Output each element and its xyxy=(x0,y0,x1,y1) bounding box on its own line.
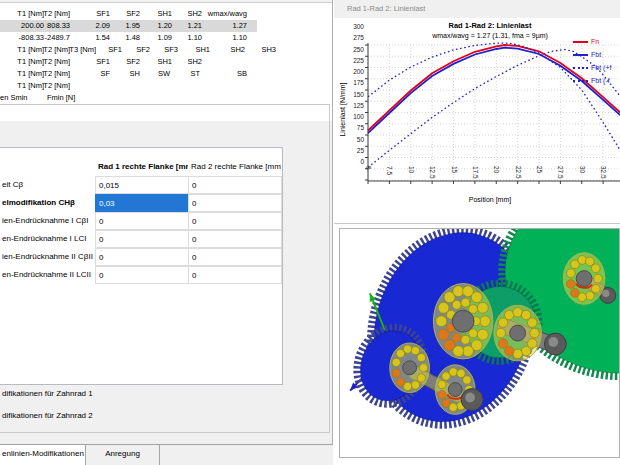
tab-anregung[interactable]: Anregung xyxy=(86,445,160,465)
table-row[interactable]: T1 [Nm]T2 [Nm]SF1SF2SH1SH2wmax/wavg xyxy=(0,8,332,20)
bearing-ball xyxy=(449,368,457,376)
y-tick-label: 50 xyxy=(342,136,364,143)
bearing-ball xyxy=(438,302,449,313)
bearing-hub xyxy=(448,383,462,397)
bearing-hub xyxy=(576,271,592,287)
table-cell: 1.10 xyxy=(187,32,202,44)
y-tick-label: 75 xyxy=(342,124,364,131)
bearing-ball xyxy=(411,381,419,389)
bearing-ball xyxy=(392,369,400,377)
bearing-ball xyxy=(591,264,600,273)
x-tick-label: 20 xyxy=(493,166,500,173)
table-cell: SH1 xyxy=(195,44,210,56)
value-cell-rad2[interactable]: 0 xyxy=(188,212,282,230)
value-cell-rad2[interactable]: 0 xyxy=(188,176,282,194)
kisssoft-main-window: T1 [Nm]T2 [Nm]SF1SF2SH1SH2wmax/wavg200.0… xyxy=(0,0,620,465)
row-label: eit Cβ xyxy=(2,176,93,194)
tab-flank-modifications[interactable]: enlinien-Modifikationen xyxy=(0,445,86,465)
table-cell: SH2 xyxy=(187,56,202,68)
value-cell-rad1[interactable]: 0 xyxy=(95,266,189,284)
bearing-ball xyxy=(438,380,446,388)
value-cell-rad1[interactable]: 0,015 xyxy=(95,176,189,194)
row-label: en-Endrücknahme I LCI xyxy=(2,230,93,248)
table-cell: SH3 xyxy=(261,44,276,56)
table-row[interactable]: 200.00808.332.091.951.201.211.27 xyxy=(0,20,332,32)
value-cell-rad2[interactable]: 0 xyxy=(188,194,282,212)
bearing-ball xyxy=(498,318,508,328)
table-row[interactable]: en SminFmin [N] xyxy=(0,92,332,104)
bearing-ball xyxy=(521,310,531,320)
bearing-ball xyxy=(504,310,514,320)
value-cell-rad2[interactable]: 0 xyxy=(188,248,282,266)
table-row[interactable]: T1 [Nm]T2 [Nm]T3 [Nm]SF1SF2SF3SH1SH2SH3 xyxy=(0,44,332,56)
y-tick-label: 175 xyxy=(342,79,364,86)
value-cell-rad2[interactable]: 0 xyxy=(188,266,282,284)
left-panel: T1 [Nm]T2 [Nm]SF1SF2SH1SH2wmax/wavg200.0… xyxy=(0,0,333,465)
value-cell-rad1[interactable]: 0,03 xyxy=(95,194,189,212)
value-cell-rad1[interactable]: 0 xyxy=(95,248,189,266)
legend-entry: Fbt xyxy=(573,50,601,60)
bearing-ball xyxy=(417,353,425,361)
column-header-rad2: Rad 2 rechte Flanke [mm] xyxy=(188,158,281,176)
x-tick-label: 30 xyxy=(579,166,586,173)
bearing-ball xyxy=(566,269,575,278)
bearing-ball xyxy=(521,346,531,356)
modifications-gear1-label[interactable]: difikationen für Zahnrad 1 xyxy=(2,389,93,398)
table-row[interactable]: T1 [Nm]T2 [Nm]SF1SF2SH1SH2 xyxy=(0,56,332,68)
row-label: ien-Endrücknahme II CβII xyxy=(2,248,93,266)
gear-3d-viewport[interactable] xyxy=(339,228,620,458)
value-cell-rad1[interactable]: 0 xyxy=(95,212,189,230)
bearing-hub xyxy=(403,361,417,375)
bearing-ball xyxy=(477,329,488,340)
bearing-ball xyxy=(417,374,425,382)
value-cell-rad2[interactable]: 0 xyxy=(188,230,282,248)
table-cell: SF3 xyxy=(164,44,178,56)
table-cell: T2 [Nm] xyxy=(43,44,70,56)
y-tick-label: 150 xyxy=(342,91,364,98)
x-tick-label: 22.5 xyxy=(515,166,522,179)
bearing-ball xyxy=(480,316,491,327)
bearing-ball xyxy=(444,340,455,351)
bearing-ball xyxy=(419,364,427,372)
value-cell-rad1[interactable]: 0 xyxy=(95,230,189,248)
modifications-gear2-label[interactable]: difikationen für Zahnrad 2 xyxy=(2,411,93,420)
bearing-ball xyxy=(396,378,404,386)
x-tick-label: 17.5 xyxy=(472,166,479,179)
table-cell: wmax/wavg xyxy=(208,8,247,20)
table-cell: 2.09 xyxy=(95,20,110,32)
x-tick-label: 12.5 xyxy=(429,166,436,179)
bearing-ball xyxy=(438,390,446,398)
table-cell: SF1 xyxy=(96,56,110,68)
table-cell: 1.48 xyxy=(125,32,140,44)
y-tick-label: 125 xyxy=(342,102,364,109)
bearing-ball xyxy=(403,345,411,353)
bearing-ball xyxy=(527,339,537,349)
bearing-ball xyxy=(463,346,474,357)
x-tick-label: 15 xyxy=(451,166,458,173)
table-row[interactable]: T1 [Nm]T2 [Nm]SFSHSWSTSB xyxy=(0,68,332,80)
y-tick-label: 200 xyxy=(342,68,364,75)
bearing-ball xyxy=(411,346,419,354)
x-tick-label: 25 xyxy=(536,166,543,173)
bearing-ball xyxy=(527,318,537,328)
table-cell: -2489.7 xyxy=(45,32,70,44)
table-cell: SB xyxy=(237,68,247,80)
chart-window-titlebar[interactable]: Rad 1-Rad 2: Linienlast xyxy=(334,0,620,18)
table-cell: T2 [Nm] xyxy=(43,80,70,92)
bearing-ball xyxy=(438,329,449,340)
table-cell: T2 [Nm] xyxy=(43,8,70,20)
table-cell: T2 [Nm] xyxy=(43,68,70,80)
line-load-plot[interactable] xyxy=(334,18,620,224)
table-cell: T1 [Nm] xyxy=(17,56,44,68)
legend-label: Fbt (-f xyxy=(591,77,610,84)
table-row[interactable]: T1 [Nm]T2 [Nm] xyxy=(0,80,332,92)
table-cell: 808.33 xyxy=(47,20,70,32)
table-cell: SH2 xyxy=(230,44,245,56)
table-cell: SF1 xyxy=(96,8,110,20)
bearing-ball xyxy=(436,316,447,327)
column-header-rad1: Rad 1 rechte Flanke [mm] xyxy=(95,158,188,176)
table-row[interactable]: -808.33-2489.71.541.481.091.101.10 xyxy=(0,32,332,44)
table-cell: T3 [Nm] xyxy=(69,44,96,56)
table-cell: 1.54 xyxy=(95,32,110,44)
legend-entry: Fn xyxy=(573,37,599,47)
